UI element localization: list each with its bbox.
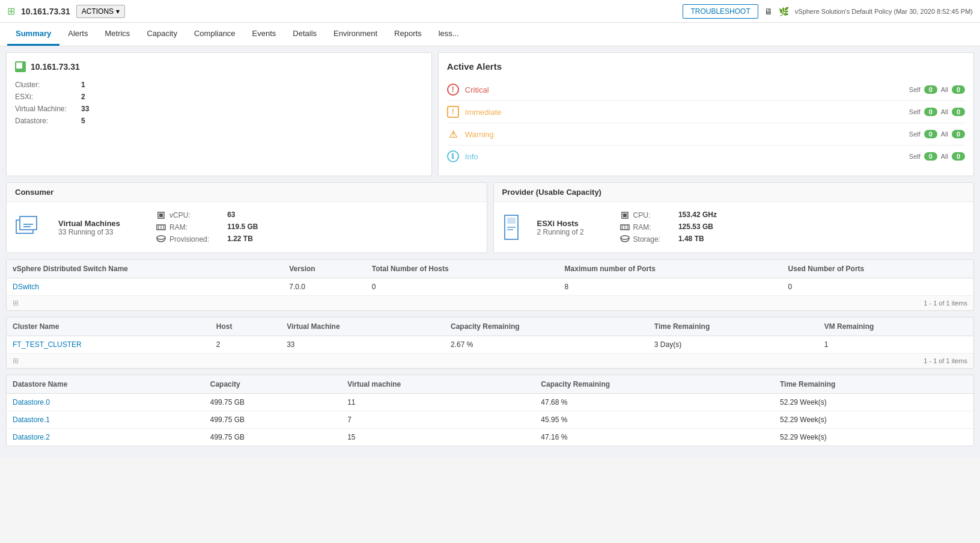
- critical-label[interactable]: Critical: [465, 85, 903, 94]
- all-label-critical: All: [941, 86, 948, 93]
- datastore-value: 5: [81, 117, 423, 125]
- immediate-self-badge: 0: [924, 108, 937, 116]
- cluster-label: Cluster:: [15, 81, 81, 89]
- ds1-cap-remaining: 45.95 %: [535, 411, 774, 429]
- consumer-icon-area: [15, 214, 41, 241]
- cluster-host: 2: [210, 336, 281, 354]
- provider-labels: ESXi Hosts 2 Running of 2: [537, 219, 584, 236]
- provider-header: Provider (Usable Capacity): [494, 183, 974, 202]
- immediate-all-badge: 0: [952, 108, 965, 116]
- cluster-vm-remaining: 1: [818, 336, 973, 354]
- critical-counts: Self 0 All 0: [909, 85, 965, 94]
- immediate-label[interactable]: Immediate: [465, 108, 903, 117]
- ds2-name-link[interactable]: Datastore.2: [13, 433, 50, 441]
- ds2-cap-remaining: 47.16 %: [535, 429, 774, 446]
- table-row: Datastore.1 499.75 GB 7 45.95 % 52.29 We…: [7, 411, 973, 429]
- provider-cpu-icon: [620, 210, 630, 220]
- vds-name-link[interactable]: DSwitch: [13, 283, 39, 291]
- info-label[interactable]: Info: [465, 152, 903, 161]
- info-counts: Self 0 All 0: [909, 152, 965, 161]
- cpu-label: CPU:: [633, 211, 651, 219]
- tab-compliance[interactable]: Compliance: [186, 23, 244, 46]
- ram-value: 119.5 GB: [227, 222, 258, 232]
- monitor-icon: 🖥: [764, 7, 773, 16]
- tab-metrics[interactable]: Metrics: [96, 23, 138, 46]
- tab-less[interactable]: less...: [430, 23, 467, 46]
- ds2-vm: 15: [341, 429, 535, 446]
- actions-button[interactable]: ACTIONS ▾: [76, 5, 125, 18]
- chevron-down-icon: ▾: [116, 7, 120, 16]
- vds-col-version: Version: [283, 260, 366, 278]
- alerts-panel: Active Alerts ! Critical Self 0 All 0 ! …: [438, 52, 974, 176]
- storage-icon: [156, 235, 166, 244]
- ds0-capacity: 499.75 GB: [204, 394, 341, 411]
- vm-green-icon: [15, 61, 26, 72]
- tab-reports[interactable]: Reports: [386, 23, 430, 46]
- tab-environment[interactable]: Environment: [325, 23, 386, 46]
- provider-ram-label: RAM:: [633, 223, 651, 232]
- ds-col-vm: Virtual machine: [341, 375, 535, 394]
- vds-version: 7.0.0: [283, 278, 366, 296]
- svg-rect-2: [23, 224, 33, 225]
- ds1-capacity: 499.75 GB: [204, 411, 341, 429]
- ds0-time: 52.29 Week(s): [774, 394, 973, 411]
- vds-table-section: vSphere Distributed Switch Name Version …: [6, 259, 974, 311]
- cluster-column-resize-icon[interactable]: ⊞: [13, 357, 19, 365]
- tab-capacity[interactable]: Capacity: [138, 23, 186, 46]
- cluster-vm: 33: [281, 336, 445, 354]
- vds-col-max-ports: Maximum number of Ports: [559, 260, 782, 278]
- top-bar-right: TROUBLESHOOT 🖥 🌿 vSphere Solution's Defa…: [683, 4, 973, 19]
- tab-summary[interactable]: Summary: [7, 23, 59, 46]
- vcpu-value: 63: [227, 210, 258, 220]
- info-panel-title: 10.161.73.31: [15, 61, 423, 72]
- troubleshoot-button[interactable]: TROUBLESHOOT: [683, 4, 758, 19]
- vm-label: Virtual Machine:: [15, 105, 81, 113]
- provisioned-value: 1.22 TB: [227, 235, 258, 244]
- cluster-col-host: Host: [210, 318, 281, 336]
- cpu-icon: [156, 210, 166, 220]
- esxi-value: 2: [81, 93, 423, 101]
- storage-value: 1.48 TB: [678, 235, 717, 244]
- vds-table-footer: ⊞ 1 - 1 of 1 items: [7, 295, 973, 310]
- ds1-name-link[interactable]: Datastore.1: [13, 416, 50, 424]
- cluster-col-vm-remaining: VM Remaining: [818, 318, 973, 336]
- consumer-header: Consumer: [7, 183, 487, 202]
- ds0-vm: 11: [341, 394, 535, 411]
- cluster-name-link[interactable]: FT_TEST_CLUSTER: [13, 340, 82, 349]
- critical-all-badge: 0: [952, 85, 965, 94]
- ds-col-time: Time Remaining: [774, 375, 973, 394]
- warning-icon: ⚠: [447, 128, 459, 140]
- all-label-warning: All: [941, 130, 948, 138]
- cluster-value: 1: [81, 81, 423, 89]
- table-row: FT_TEST_CLUSTER 2 33 2.67 % 3 Day(s) 1: [7, 336, 973, 354]
- table-row: Datastore.2 499.75 GB 15 47.16 % 52.29 W…: [7, 429, 973, 446]
- tab-details[interactable]: Details: [284, 23, 325, 46]
- datastore-table: Datastore Name Capacity Virtual machine …: [7, 375, 973, 446]
- tab-events[interactable]: Events: [244, 23, 285, 46]
- warning-all-badge: 0: [952, 130, 965, 138]
- main-content: 10.161.73.31 Cluster: 1 ESXi: 2 Virtual …: [0, 46, 980, 458]
- top-bar-left: ⊞ 10.161.73.31 ACTIONS ▾: [7, 5, 125, 18]
- vds-col-used-ports: Used Number of Ports: [782, 260, 973, 278]
- datastore-label: Datastore:: [15, 117, 81, 125]
- self-label-immediate: Self: [909, 108, 921, 115]
- critical-icon: !: [447, 84, 459, 96]
- top-bar: ⊞ 10.161.73.31 ACTIONS ▾ TROUBLESHOOT 🖥 …: [0, 0, 980, 23]
- cp-row: Consumer Virtual Machines 33 Running of …: [6, 182, 974, 253]
- vcpu-label-area: vCPU:: [156, 210, 209, 220]
- info-panel: 10.161.73.31 Cluster: 1 ESXi: 2 Virtual …: [6, 52, 432, 176]
- provider-body: ESXi Hosts 2 Running of 2 CPU: 153.42 GH…: [494, 202, 974, 253]
- hostname-title: 10.161.73.31: [21, 7, 70, 16]
- cluster-pagination: 1 - 1 of 1 items: [924, 357, 967, 364]
- consumer-labels: Virtual Machines 33 Running of 33: [58, 219, 120, 236]
- alert-row-critical: ! Critical Self 0 All 0: [447, 79, 965, 101]
- self-label-warning: Self: [909, 130, 921, 138]
- ds0-name-link[interactable]: Datastore.0: [13, 398, 50, 406]
- ds2-time: 52.29 Week(s): [774, 429, 973, 446]
- esxi-label: ESXi:: [15, 93, 81, 101]
- vm-status-icon: ⊞: [7, 5, 15, 17]
- cluster-time: 3 Day(s): [648, 336, 818, 354]
- warning-label[interactable]: Warning: [465, 130, 903, 139]
- tab-alerts[interactable]: Alerts: [59, 23, 96, 46]
- column-resize-icon[interactable]: ⊞: [13, 299, 19, 307]
